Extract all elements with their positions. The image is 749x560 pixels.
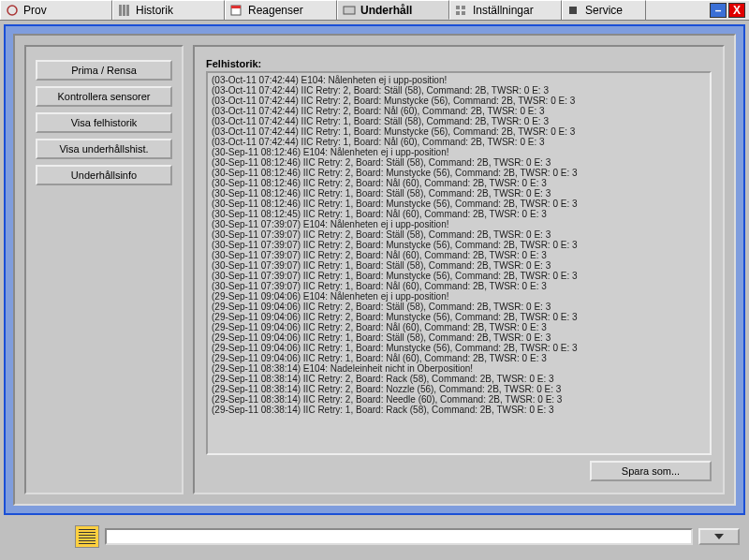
tab-label: Prov [23,4,47,17]
log-heading: Felhistorik: [206,58,712,69]
log-line[interactable]: (03-Oct-11 07:42:44) IIC Retry: 2, Board… [212,106,706,116]
log-line[interactable]: (29-Sep-11 08:38:14) E104: Nadeleinheit … [212,363,706,374]
minimize-button[interactable]: – [710,3,727,18]
log-line[interactable]: (30-Sep-11 08:12:46) E104: Nålenheten ej… [212,147,706,157]
tab-label: Underhåll [360,4,412,17]
svg-rect-6 [344,7,355,14]
tab-reagenser[interactable]: Reagenser [225,0,337,20]
top-tabbar: Prov Historik Reagenser Underhåll Instäl… [0,0,749,21]
log-line[interactable]: (30-Sep-11 08:12:46) IIC Retry: 2, Board… [212,168,706,178]
log-line[interactable]: (30-Sep-11 07:39:07) IIC Retry: 1, Board… [212,271,706,281]
svg-rect-1 [119,5,122,16]
settings-icon [454,4,469,17]
tab-underhall[interactable]: Underhåll [337,0,449,20]
svg-rect-0 [7,6,17,15]
svg-rect-10 [462,11,465,15]
log-line[interactable]: (30-Sep-11 08:12:46) IIC Retry: 2, Board… [212,178,706,188]
status-bar [0,519,749,554]
log-line[interactable]: (03-Oct-11 07:42:44) IIC Retry: 1, Board… [212,116,706,126]
tab-label: Service [585,4,623,17]
log-line[interactable]: (30-Sep-11 08:12:46) IIC Retry: 2, Board… [212,157,706,168]
log-line[interactable]: (03-Oct-11 07:42:44) IIC Retry: 2, Board… [212,96,706,106]
svg-rect-8 [462,6,465,9]
log-line[interactable]: (30-Sep-11 07:39:07) IIC Retry: 2, Board… [212,229,706,240]
log-line[interactable]: (29-Sep-11 09:04:06) IIC Retry: 1, Board… [212,332,706,343]
log-line[interactable]: (03-Oct-11 07:42:44) IIC Retry: 1, Board… [212,126,706,137]
log-line[interactable]: (29-Sep-11 09:04:06) IIC Retry: 1, Board… [212,343,706,353]
vial-icon [5,4,20,17]
log-line[interactable]: (29-Sep-11 08:38:14) IIC Retry: 2, Board… [212,384,706,394]
tab-service[interactable]: Service [562,0,646,20]
save-as-button[interactable]: Spara som... [590,461,712,481]
note-icon [75,525,99,548]
side-panel: Prima / Rensa Kontrollera sensorer Visa … [24,45,184,494]
service-icon [566,4,581,17]
content-frame: Prima / Rensa Kontrollera sensorer Visa … [4,24,745,515]
visa-felhistorik-button[interactable]: Visa felhistorik [36,112,172,133]
tab-historik[interactable]: Historik [112,0,225,20]
log-line[interactable]: (29-Sep-11 09:04:06) IIC Retry: 2, Board… [212,312,706,322]
svg-rect-2 [123,5,125,16]
reagent-icon [229,4,244,17]
log-line[interactable]: (29-Sep-11 09:04:06) IIC Retry: 2, Board… [212,302,706,312]
log-line[interactable]: (29-Sep-11 08:38:14) IIC Retry: 2, Board… [212,394,706,405]
log-line[interactable]: (29-Sep-11 08:38:14) IIC Retry: 2, Board… [212,374,706,384]
log-line[interactable]: (30-Sep-11 07:39:07) IIC Retry: 1, Board… [212,281,706,291]
tab-prov[interactable]: Prov [0,0,112,20]
log-line[interactable]: (29-Sep-11 09:04:06) IIC Retry: 1, Board… [212,353,706,363]
history-icon [117,4,132,17]
log-line[interactable]: (03-Oct-11 07:42:44) IIC Retry: 1, Board… [212,137,706,147]
maintenance-icon [342,4,357,17]
close-button[interactable]: X [728,3,745,18]
log-line[interactable]: (30-Sep-11 07:39:07) IIC Retry: 2, Board… [212,240,706,250]
svg-rect-7 [456,6,460,9]
log-line[interactable]: (30-Sep-11 08:12:45) IIC Retry: 1, Board… [212,209,706,219]
log-line[interactable]: (29-Sep-11 09:04:06) E104: Nålenheten ej… [212,291,706,302]
log-line[interactable]: (30-Sep-11 07:39:07) IIC Retry: 1, Board… [212,260,706,271]
svg-rect-3 [126,5,129,16]
tab-installningar[interactable]: Inställningar [449,0,562,20]
svg-marker-12 [714,534,724,539]
svg-rect-11 [569,7,577,14]
log-line[interactable]: (03-Oct-11 07:42:44) E104: Nålenheten ej… [212,75,706,85]
svg-rect-5 [231,6,241,8]
tab-label: Reagenser [248,4,303,17]
error-log-listbox[interactable]: (03-Oct-11 07:42:44) E104: Nålenheten ej… [206,71,712,455]
tab-label: Inställningar [473,4,534,17]
status-text-field[interactable] [105,528,693,545]
tab-label: Historik [136,4,173,17]
log-line[interactable]: (30-Sep-11 07:39:07) IIC Retry: 2, Board… [212,250,706,260]
log-line[interactable]: (29-Sep-11 09:04:06) IIC Retry: 2, Board… [212,322,706,332]
log-line[interactable]: (29-Sep-11 08:38:14) IIC Retry: 1, Board… [212,405,706,415]
log-line[interactable]: (03-Oct-11 07:42:44) IIC Retry: 2, Board… [212,85,706,96]
svg-rect-9 [456,11,460,15]
main-panel: Felhistorik: (03-Oct-11 07:42:44) E104: … [193,45,725,494]
visa-underhallshist-button[interactable]: Visa underhållshist. [36,139,172,159]
log-line[interactable]: (30-Sep-11 07:39:07) E104: Nålenheten ej… [212,219,706,229]
log-line[interactable]: (30-Sep-11 08:12:46) IIC Retry: 1, Board… [212,199,706,209]
underhallsinfo-button[interactable]: Underhållsinfo [36,165,172,185]
status-dropdown-button[interactable] [698,528,740,545]
kontrollera-sensorer-button[interactable]: Kontrollera sensorer [36,86,172,107]
prima-rensa-button[interactable]: Prima / Rensa [36,60,172,81]
log-line[interactable]: (30-Sep-11 08:12:46) IIC Retry: 1, Board… [212,188,706,199]
